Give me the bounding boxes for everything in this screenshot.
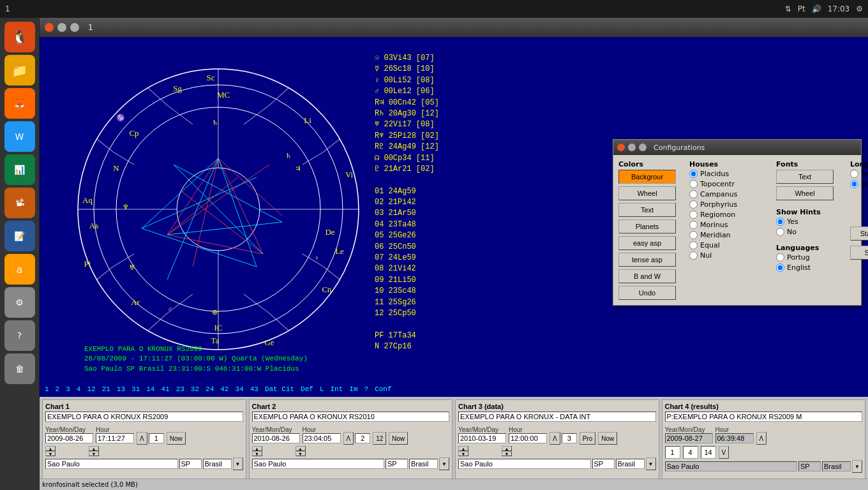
- chart1-dropdown-btn[interactable]: ▼: [233, 457, 243, 470]
- hints-yes-radio[interactable]: [776, 218, 784, 226]
- toolbar-tab-41[interactable]: 41: [158, 384, 172, 394]
- writer-button[interactable]: W: [4, 121, 35, 152]
- toolbar-tab-im[interactable]: Im: [347, 384, 360, 394]
- chart4-num2-input[interactable]: [683, 446, 698, 459]
- window-maximize[interactable]: [70, 23, 79, 32]
- chart4-state-input[interactable]: [798, 461, 821, 471]
- long-yes-label[interactable]: Yes: [850, 170, 868, 178]
- equal-radio[interactable]: [689, 241, 698, 249]
- portug-radio-label[interactable]: Portug: [776, 253, 846, 262]
- chart2-location-input[interactable]: [252, 459, 385, 469]
- campanus-radio[interactable]: [689, 190, 698, 198]
- toolbar-tab-13[interactable]: 13: [114, 384, 128, 394]
- toolbar-tab-42[interactable]: 42: [218, 384, 231, 394]
- toolbar-tab-?[interactable]: ?: [362, 384, 371, 394]
- undo-btn[interactable]: Undo: [618, 286, 676, 300]
- chart2-country-input[interactable]: [409, 459, 438, 469]
- chart4-date-input[interactable]: [665, 433, 713, 443]
- toolbar-tab-3[interactable]: 3: [63, 384, 73, 394]
- meridian-radio[interactable]: [689, 231, 698, 239]
- toolbar-tab-31[interactable]: 31: [129, 384, 142, 394]
- chart3-date-down[interactable]: ▼: [458, 451, 468, 456]
- toolbar-tab-1[interactable]: 1: [42, 384, 52, 394]
- chart2-12-btn[interactable]: 12: [373, 432, 386, 445]
- hints-yes-label[interactable]: Yes: [776, 218, 846, 226]
- easy-asp-btn[interactable]: easy asp: [618, 236, 676, 250]
- hints-no-radio[interactable]: [776, 228, 784, 236]
- toolbar-tab-23[interactable]: 23: [174, 384, 187, 394]
- chart1-now-btn[interactable]: Now: [167, 432, 186, 445]
- writer2-button[interactable]: 📝: [4, 221, 35, 251]
- chart1-state-input[interactable]: [179, 459, 202, 469]
- nul-radio[interactable]: [689, 251, 698, 260]
- chart1-time-up[interactable]: ▲: [89, 446, 99, 451]
- chart1-location-input[interactable]: [45, 459, 178, 469]
- chart3-location-input[interactable]: [458, 459, 591, 469]
- equal-radio-label[interactable]: Equal: [689, 241, 772, 249]
- placidus-radio[interactable]: [689, 170, 698, 178]
- toolbar-tab-43[interactable]: 43: [248, 384, 261, 394]
- meridian-radio-label[interactable]: Meridian: [689, 231, 772, 239]
- config-max-btn[interactable]: [639, 144, 647, 151]
- chart4-v-btn[interactable]: V: [719, 446, 730, 459]
- window-minimize[interactable]: [57, 23, 66, 32]
- regiomon-radio-label[interactable]: Regiomon: [689, 211, 772, 219]
- chart3-country-input[interactable]: [616, 459, 645, 469]
- chart4-name-input[interactable]: [665, 412, 863, 422]
- topocentr-radio[interactable]: [689, 180, 698, 188]
- wheel-btn[interactable]: Wheel: [618, 186, 676, 200]
- toolbar-tab-dat-cit[interactable]: Dat Cit: [262, 384, 297, 394]
- chart4-location-input[interactable]: [665, 461, 798, 471]
- text-btn[interactable]: Text: [618, 203, 676, 217]
- long-no-radio[interactable]: [850, 180, 858, 188]
- porphyrius-radio-label[interactable]: Porphyrius: [689, 200, 772, 209]
- b-and-w-btn[interactable]: B and W: [618, 269, 676, 283]
- toolbar-tab-2[interactable]: 2: [53, 384, 63, 394]
- toolbar-tab-21[interactable]: 21: [100, 384, 113, 394]
- chart1-country-input[interactable]: [203, 459, 232, 469]
- ubuntu-button[interactable]: 🐧: [4, 22, 35, 52]
- trash-button[interactable]: 🗑: [4, 353, 35, 384]
- chart2-num-input[interactable]: [355, 433, 370, 443]
- chart3-state-input[interactable]: [592, 459, 615, 469]
- settings-button[interactable]: ⚙: [4, 287, 35, 318]
- chart3-now-btn[interactable]: Now: [598, 432, 617, 445]
- chart3-time-input[interactable]: [509, 433, 547, 443]
- porphyrius-radio[interactable]: [689, 200, 698, 209]
- settings-icon[interactable]: ⚙: [856, 4, 863, 13]
- chart1-date-input[interactable]: [45, 433, 93, 443]
- background-btn[interactable]: Backgrour: [618, 170, 676, 184]
- chart4-country-input[interactable]: [822, 461, 851, 471]
- config-min-btn[interactable]: [628, 144, 636, 151]
- hints-no-label[interactable]: No: [776, 228, 846, 236]
- chart3-date-input[interactable]: [458, 433, 506, 443]
- toolbar-tab-12[interactable]: 12: [84, 384, 98, 394]
- chart1-time-down[interactable]: ▼: [89, 451, 99, 456]
- toolbar-tab-int[interactable]: Int: [328, 384, 346, 394]
- planets-btn[interactable]: Planets: [618, 219, 676, 234]
- standard-btn[interactable]: Standar: [850, 226, 868, 241]
- toolbar-tab-34[interactable]: 34: [232, 384, 246, 394]
- long-yes-radio[interactable]: [850, 170, 858, 178]
- toolbar-tab-def[interactable]: Def: [298, 384, 316, 394]
- chart3-pro-btn[interactable]: Pro: [580, 432, 596, 445]
- chart1-time-input[interactable]: [96, 433, 134, 443]
- chart2-state-input[interactable]: [385, 459, 408, 469]
- chart4-num3-input[interactable]: [701, 446, 716, 459]
- toolbar-tab-conf[interactable]: Conf: [372, 384, 394, 394]
- chart4-dropdown-btn[interactable]: ▼: [852, 460, 862, 473]
- chart2-date-up[interactable]: ▲: [252, 446, 262, 451]
- fonts-wheel-btn[interactable]: Wheel: [776, 186, 834, 200]
- regiomon-radio[interactable]: [689, 211, 698, 219]
- chart1-name-input[interactable]: [45, 412, 243, 422]
- toolbar-tab-24[interactable]: 24: [203, 384, 216, 394]
- chart2-date-down[interactable]: ▼: [252, 451, 262, 456]
- chart4-lambda-btn[interactable]: Λ: [756, 432, 767, 445]
- placidus-radio-label[interactable]: Placidus: [689, 170, 772, 178]
- help-button[interactable]: ?: [4, 320, 35, 351]
- impress-button[interactable]: 📽: [4, 188, 35, 218]
- chart2-now-btn[interactable]: Now: [389, 432, 408, 445]
- amazon-button[interactable]: a: [4, 254, 35, 285]
- chart2-time-input[interactable]: [303, 433, 341, 443]
- chart2-time-down[interactable]: ▼: [296, 451, 306, 456]
